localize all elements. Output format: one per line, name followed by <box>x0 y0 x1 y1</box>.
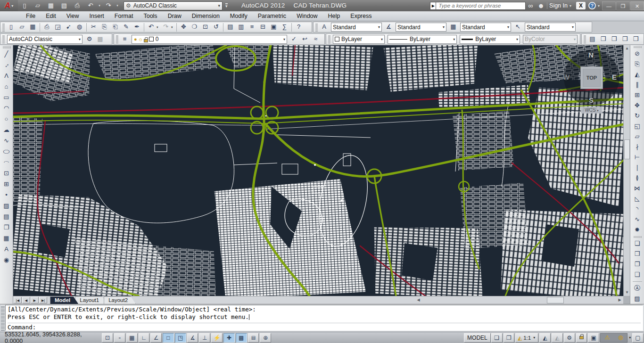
ellipse-button[interactable]: ◯ <box>1 147 12 157</box>
viewcube[interactable]: N E S W TOP <box>564 50 619 106</box>
region-button[interactable]: ❐ <box>1 222 12 233</box>
isolate-bulb-icon[interactable]: ◍ <box>614 333 627 343</box>
snap-mode-toggle[interactable]: ▫ <box>114 333 125 343</box>
toolbar-lock-button[interactable] <box>576 333 587 343</box>
qat-open-button[interactable]: ▱ <box>32 1 44 10</box>
redo-button[interactable]: ↷ <box>160 22 171 32</box>
minimize-button[interactable]: — <box>602 1 616 10</box>
close-button[interactable]: ✕ <box>630 1 644 10</box>
toolbar-grip[interactable] <box>633 236 642 238</box>
sign-in-button[interactable]: Sign In <box>547 2 568 9</box>
lineweight-combo[interactable]: ByLayer▾ <box>460 35 520 44</box>
app-menu-button[interactable]: A ▾ <box>0 0 18 11</box>
menu-modify[interactable]: Modify <box>225 12 253 20</box>
right-view-button[interactable]: ❒ <box>630 34 641 44</box>
menu-draw[interactable]: Draw <box>163 12 187 20</box>
qat-save-button[interactable]: ▦ <box>45 1 57 10</box>
search-go-button[interactable]: ▶ <box>430 2 436 10</box>
layer-properties-button[interactable]: ≡ <box>119 34 130 44</box>
break-button[interactable]: ≬ <box>632 173 643 183</box>
command-prompt[interactable]: Command: <box>8 324 641 331</box>
match-properties-button[interactable]: ✒ <box>132 22 142 32</box>
layer-bulb-icon[interactable]: ● <box>134 36 137 42</box>
ellipse-arc-button[interactable]: ◠ <box>1 157 12 168</box>
toolbar-grip[interactable] <box>328 35 330 43</box>
toolbar-grip[interactable] <box>2 23 5 32</box>
layer-color-swatch[interactable] <box>149 37 154 41</box>
qat-saveas-button[interactable]: ▧ <box>58 1 70 10</box>
help-button[interactable]: ? <box>293 22 304 32</box>
left-view-button[interactable]: ❒ <box>619 34 630 44</box>
point-button[interactable]: • <box>1 190 12 201</box>
workspace-selector[interactable]: ⚙ AutoCAD Classic ▾ <box>124 1 223 10</box>
toolbar-grip[interactable] <box>584 35 586 43</box>
array-button[interactable]: ⊞ <box>632 90 643 100</box>
quick-properties-toggle[interactable]: ▤ <box>248 333 259 343</box>
menu-format[interactable]: Format <box>109 12 139 20</box>
tab-nav-next[interactable]: ▶ <box>31 297 39 303</box>
pan-button[interactable]: ✥ <box>178 22 189 32</box>
transparency-toggle[interactable]: ▩ <box>236 333 247 343</box>
move-button[interactable]: ✥ <box>632 100 643 111</box>
trim-button[interactable]: ∤ <box>632 142 643 152</box>
viewcube-south[interactable]: S <box>589 96 594 104</box>
quickcalc-button[interactable]: ∑ <box>279 22 290 32</box>
warning-icon[interactable]: ⚠ <box>601 333 613 343</box>
make-block-button[interactable]: ⊞ <box>1 179 12 190</box>
hatch-button[interactable]: ▨ <box>1 201 12 212</box>
table-style-icon[interactable]: ▦ <box>448 22 459 32</box>
layer-previous-button[interactable]: ↩ <box>299 34 310 44</box>
mleader-style-icon[interactable]: ↖ <box>512 22 523 32</box>
tab-nav-prev[interactable]: ◀ <box>22 297 30 303</box>
stretch-button[interactable]: ▱ <box>632 131 643 142</box>
binoculars-icon[interactable]: ∞ <box>528 2 533 9</box>
polar-tracking-toggle[interactable]: ∠ <box>150 333 162 343</box>
search-input[interactable] <box>436 2 526 10</box>
tab-layout2[interactable]: Layout2 <box>104 296 136 304</box>
viewcube-top-face[interactable]: TOP <box>580 66 603 89</box>
quick-view-layouts-button[interactable]: ❏ <box>491 333 503 343</box>
bring-above-button[interactable]: ❐ <box>632 259 643 270</box>
erase-button[interactable]: ⊘ <box>632 49 643 59</box>
chevron-down-icon[interactable]: ▾ <box>157 25 160 29</box>
vertical-scrollbar[interactable]: ▲ ▼ <box>623 45 630 296</box>
markup-manager-button[interactable]: ▣ <box>268 22 279 32</box>
bring-to-front-button[interactable]: ❏ <box>632 238 643 249</box>
lineweight-toggle[interactable]: ✚ <box>223 333 235 343</box>
extend-button[interactable]: ⊢ <box>632 152 643 163</box>
toolbar-grip[interactable] <box>2 35 5 43</box>
table-style-combo[interactable]: Standard▾ <box>460 23 511 32</box>
qat-new-button[interactable]: ▯ <box>18 1 31 10</box>
zoom-previous-button[interactable]: ↺ <box>211 22 222 32</box>
menu-tools[interactable]: Tools <box>138 12 162 20</box>
workspaces-combo[interactable]: AutoCAD Classic▾ <box>7 35 83 44</box>
clean-screen-button[interactable]: ▢ <box>632 333 644 343</box>
infer-constraints-toggle[interactable]: ⊡ <box>102 333 113 343</box>
qat-redo-button[interactable]: ↷ <box>102 1 115 10</box>
table-button[interactable]: ▦ <box>1 233 12 244</box>
cut-button[interactable]: ✂ <box>88 22 99 32</box>
new-button[interactable]: ▯ <box>6 22 17 32</box>
help-icon[interactable]: ? <box>588 2 596 9</box>
ortho-m-toggle[interactable]: ∟ <box>139 333 150 343</box>
add-selected-button[interactable]: ◉ <box>1 255 12 266</box>
toolbar-grip[interactable] <box>633 46 642 48</box>
text-style-combo[interactable]: Standard▾ <box>331 23 382 32</box>
tab-layout1[interactable]: Layout1 <box>75 296 107 304</box>
toolbar-grip[interactable] <box>315 23 318 32</box>
zoom-realtime-button[interactable]: ❍ <box>189 22 200 32</box>
sheetset-manager-button[interactable]: ⊟ <box>257 22 268 32</box>
paste-button[interactable]: ⎗ <box>110 22 121 32</box>
polyline-button[interactable]: Ʌ <box>1 71 12 82</box>
menu-help[interactable]: Help <box>323 12 346 20</box>
construction-line-button[interactable]: ↔ <box>1 60 12 71</box>
chevron-down-icon[interactable]: ▾ <box>570 4 571 8</box>
grid-display-toggle[interactable]: ▦ <box>126 333 138 343</box>
dynamic-input-toggle[interactable]: ⚡ <box>211 333 223 343</box>
menu-insert[interactable]: Insert <box>84 12 109 20</box>
designcenter-button[interactable]: ▥ <box>236 22 247 32</box>
tab-model[interactable]: Model <box>50 296 78 304</box>
menu-edit[interactable]: Edit <box>41 12 61 20</box>
bottom-view-button[interactable]: ❒ <box>609 34 619 44</box>
break-at-point-button[interactable]: ∣ <box>632 163 643 173</box>
